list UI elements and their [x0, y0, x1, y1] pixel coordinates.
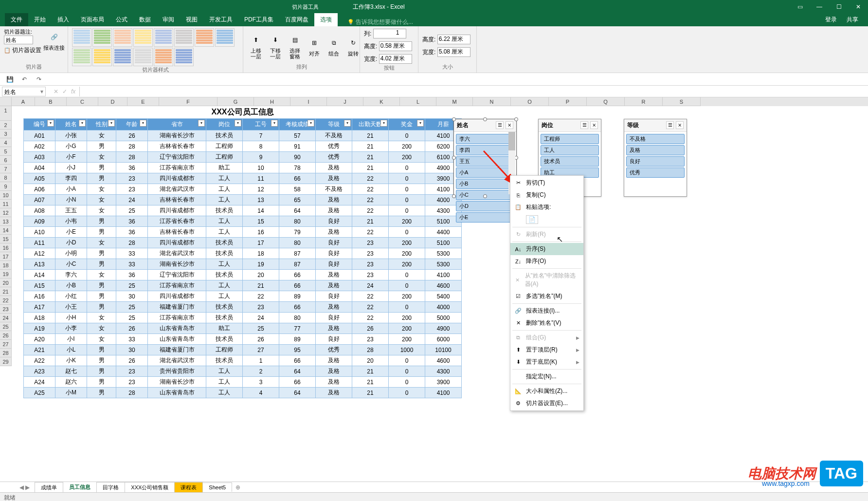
table-cell[interactable]: 技术员	[206, 130, 243, 141]
table-cell[interactable]: 工人	[206, 195, 243, 205]
table-cell[interactable]: A13	[24, 259, 55, 270]
table-cell[interactable]: 80	[279, 313, 316, 323]
table-cell[interactable]: 0	[389, 227, 425, 238]
table-cell[interactable]: 小D	[55, 238, 87, 248]
table-cell[interactable]: 8	[243, 141, 279, 152]
table-cell[interactable]: 小G	[55, 141, 87, 152]
table-cell[interactable]: 四川省成都市	[148, 173, 206, 184]
table-cell[interactable]: 小红	[55, 291, 87, 302]
tab-options[interactable]: 选项	[314, 13, 338, 26]
table-cell[interactable]: 10	[243, 163, 279, 173]
menu-remove-slicer[interactable]: ✕删除"姓名"(V)	[510, 317, 583, 329]
table-cell[interactable]: 工人	[206, 173, 243, 184]
table-cell[interactable]: 小E	[55, 227, 87, 238]
table-cell[interactable]: 1	[243, 355, 279, 366]
style-option[interactable]	[154, 48, 173, 66]
tab-review[interactable]: 审阅	[157, 13, 180, 26]
table-cell[interactable]: 小N	[55, 195, 87, 205]
table-cell[interactable]: A19	[24, 323, 55, 334]
table-cell[interactable]: 4	[243, 388, 279, 398]
table-cell[interactable]: 技术员	[206, 313, 243, 323]
table-cell[interactable]: 1000	[389, 345, 425, 355]
filter-button[interactable]: ▾	[108, 120, 115, 127]
table-cell[interactable]: 20	[243, 270, 279, 280]
table-cell[interactable]: 21	[352, 366, 389, 377]
table-cell[interactable]: 6000	[425, 334, 462, 345]
table-cell[interactable]: 3900	[425, 377, 462, 388]
undo-button[interactable]: ↶	[19, 74, 29, 84]
table-cell[interactable]: 良好	[316, 248, 352, 259]
table-cell[interactable]: 23	[116, 184, 148, 195]
table-cell[interactable]: 23	[352, 270, 389, 280]
table-cell[interactable]: 男	[87, 302, 116, 313]
table-cell[interactable]: 27	[243, 345, 279, 355]
table-cell[interactable]: 57	[279, 130, 316, 141]
table-cell[interactable]: 女	[87, 270, 116, 280]
col-header[interactable]: D	[98, 97, 127, 106]
table-cell[interactable]: A23	[24, 366, 55, 377]
col-header[interactable]: C	[67, 97, 98, 106]
table-cell[interactable]: 21	[352, 216, 389, 227]
table-cell[interactable]: 湖南省长沙市	[148, 130, 206, 141]
table-cell[interactable]: 男	[87, 377, 116, 388]
table-cell[interactable]: 赵七	[55, 366, 87, 377]
table-cell[interactable]: 工程师	[206, 141, 243, 152]
tab-baidu[interactable]: 百度网盘	[279, 13, 314, 26]
table-cell[interactable]: 女	[87, 334, 116, 345]
table-cell[interactable]: 89	[279, 334, 316, 345]
table-cell[interactable]: 4900	[425, 323, 462, 334]
table-cell[interactable]: 吉林省长春市	[148, 141, 206, 152]
table-cell[interactable]: 技术员	[206, 302, 243, 313]
table-cell[interactable]: 工人	[206, 377, 243, 388]
table-cell[interactable]: 5300	[425, 259, 462, 270]
row-header[interactable]: 19	[0, 270, 12, 278]
table-cell[interactable]: 及格	[316, 163, 352, 173]
col-header[interactable]: J	[327, 97, 363, 106]
table-cell[interactable]: 30	[116, 345, 148, 355]
table-cell[interactable]: 5300	[425, 248, 462, 259]
tab-home[interactable]: 开始	[28, 13, 52, 26]
table-cell[interactable]: 77	[279, 323, 316, 334]
table-cell[interactable]: 25	[116, 302, 148, 313]
table-cell[interactable]: 4400	[425, 227, 462, 238]
table-cell[interactable]: 200	[389, 291, 425, 302]
table-cell[interactable]: 4100	[425, 270, 462, 280]
slicer-item[interactable]: 技术员	[541, 156, 599, 167]
slicer-item[interactable]: 良好	[626, 156, 685, 167]
table-cell[interactable]: 男	[87, 345, 116, 355]
slicer-item[interactable]: 小E	[456, 212, 514, 223]
table-cell[interactable]: 女	[87, 152, 116, 163]
table-cell[interactable]: 山东省青岛市	[148, 323, 206, 334]
table-cell[interactable]: 女	[87, 195, 116, 205]
slicer-item[interactable]: 工程师	[541, 134, 599, 144]
table-cell[interactable]: 及格	[316, 270, 352, 280]
row-header[interactable]: 12	[0, 208, 12, 217]
table-cell[interactable]: 湖南省长沙市	[148, 377, 206, 388]
table-cell[interactable]: 16	[243, 227, 279, 238]
redo-button[interactable]: ↷	[34, 74, 44, 84]
table-cell[interactable]: 工人	[206, 227, 243, 238]
table-cell[interactable]: 男	[87, 216, 116, 227]
row-header[interactable]: 3	[0, 130, 12, 138]
table-cell[interactable]: 5100	[425, 238, 462, 248]
table-cell[interactable]: 工人	[206, 184, 243, 195]
table-cell[interactable]: A04	[24, 163, 55, 173]
table-cell[interactable]: 技术员	[206, 270, 243, 280]
table-cell[interactable]: 良好	[316, 238, 352, 248]
table-cell[interactable]: 女	[87, 205, 116, 216]
share-button[interactable]: 共享	[842, 13, 863, 26]
row-header[interactable]: 4	[0, 138, 12, 147]
table-cell[interactable]: 66	[279, 173, 316, 184]
tab-page-layout[interactable]: 页面布局	[75, 13, 110, 26]
table-cell[interactable]: 0	[389, 355, 425, 366]
table-cell[interactable]: 0	[389, 377, 425, 388]
col-header[interactable]: A	[12, 97, 35, 106]
table-cell[interactable]: 男	[87, 291, 116, 302]
style-option[interactable]	[195, 28, 214, 47]
table-cell[interactable]: 小王	[55, 302, 87, 313]
col-header[interactable]: F	[159, 97, 217, 106]
table-cell[interactable]: 21	[352, 377, 389, 388]
col-header[interactable]: K	[363, 97, 400, 106]
table-cell[interactable]: 贵州省贵阳市	[148, 366, 206, 377]
btn-width-input[interactable]: 4.02 厘米	[379, 54, 412, 64]
